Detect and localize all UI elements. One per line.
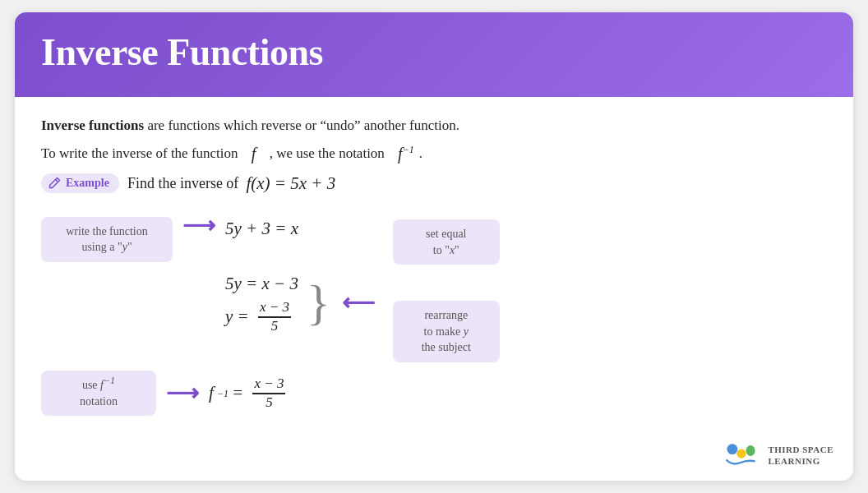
arrow-right-1: ⟶ <box>182 212 215 239</box>
card: Inverse Functions Inverse functions are … <box>15 12 853 481</box>
example-badge: Example <box>41 173 119 193</box>
notation-text: To write the inverse of the function <box>41 145 238 162</box>
svg-point-0 <box>727 444 738 454</box>
brace-group: 5y = x − 3 y = x − 3 5 } <box>225 246 500 359</box>
arrow-right-2: ⟶ <box>166 380 199 407</box>
f-inverse-notation: f−1 <box>398 145 414 164</box>
tsl-line1: THIRD SPACE <box>768 444 833 455</box>
step2-row: use f−1 notation ⟶ f−1 = x − 3 5 <box>41 371 827 416</box>
frac2-den: 5 <box>264 394 275 411</box>
notation-line: To write the inverse of the function f ,… <box>41 145 827 164</box>
eq2: 5y = x − 3 <box>225 270 298 298</box>
eq4: f−1 = x − 3 5 <box>209 376 287 411</box>
content-area: Inverse functions are functions which re… <box>15 97 853 481</box>
set-equal-label: set equal to "x" <box>393 219 500 265</box>
rearrange-label: rearrange to make y the subject <box>393 301 500 362</box>
set-equal-line1: set equal <box>426 228 466 240</box>
intro-rest: are functions which reverse or “undo” an… <box>144 117 459 133</box>
notation-label: notation <box>80 395 118 408</box>
notation-period: . <box>419 145 422 162</box>
tsl-icon <box>722 440 761 471</box>
pencil-icon <box>48 177 61 190</box>
frac1: x − 3 5 <box>258 299 291 334</box>
example-function: f(x) = 5x + 3 <box>246 173 335 194</box>
step4-label: use f−1 notation <box>41 371 156 416</box>
notation-text2: , we use the notation <box>270 145 385 162</box>
eq3: y = x − 3 5 <box>225 299 298 334</box>
curly-brace: } <box>307 278 330 327</box>
frac2: x − 3 5 <box>252 376 285 411</box>
math-steps-group: 5y + 3 = x 5y = x − 3 y = x − 3 5 <box>225 212 500 360</box>
example-prompt: Find the inverse of <box>127 175 238 192</box>
rearrange-line3: the subject <box>422 341 471 353</box>
right-labels-group: set equal to "x" rearrange to make y the… <box>393 246 500 359</box>
f-symbol: f <box>252 145 256 164</box>
frac1-den: 5 <box>270 318 280 334</box>
intro-bold: Inverse functions <box>41 117 144 133</box>
f-inv-label: f−1 <box>100 379 115 391</box>
tsl-logo: THIRD SPACE LEARNING <box>722 440 833 471</box>
rearrange-line2: to make y <box>424 325 469 338</box>
frac2-num: x − 3 <box>252 376 285 394</box>
arrow-left-2: ⟵ <box>342 289 375 316</box>
example-row: Example Find the inverse of f(x) = 5x + … <box>41 173 827 194</box>
page-title: Inverse Functions <box>41 30 827 74</box>
set-equal-line2: to "x" <box>433 244 459 256</box>
step1-label: write the function using a "y" <box>41 217 173 262</box>
intro-paragraph: Inverse functions are functions which re… <box>41 115 827 136</box>
example-label: Example <box>66 177 109 190</box>
step1-row: write the function using a "y" ⟶ 5y + 3 … <box>41 212 827 360</box>
steps-area: write the function using a "y" ⟶ 5y + 3 … <box>41 209 827 467</box>
tsl-line2: LEARNING <box>768 455 833 467</box>
tsl-text: THIRD SPACE LEARNING <box>768 444 833 468</box>
svg-point-2 <box>746 445 755 456</box>
frac1-num: x − 3 <box>258 299 291 317</box>
header: Inverse Functions <box>15 12 853 97</box>
svg-point-1 <box>737 449 746 458</box>
rearrange-line1: rearrange <box>424 309 468 321</box>
